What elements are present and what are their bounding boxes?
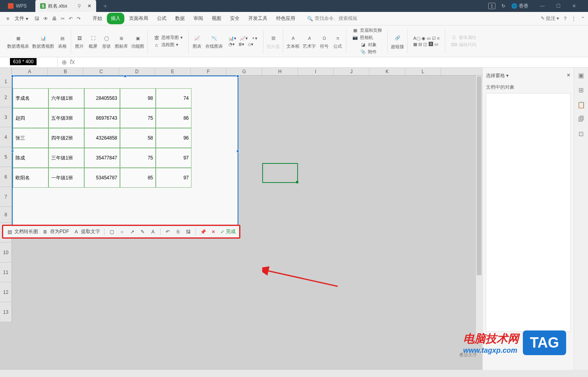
cell[interactable]: 张三: [13, 128, 48, 148]
save-pdf-button[interactable]: 🗎存为PDF: [42, 228, 69, 235]
new-tab-button[interactable]: ＋: [102, 2, 108, 10]
iconlib-button[interactable]: ⊞图标库: [115, 33, 128, 49]
header-footer-button[interactable]: ▦页眉和页脚: [352, 27, 382, 34]
cell[interactable]: 欧阳名: [13, 168, 48, 188]
name-box[interactable]: 616 * 400: [0, 57, 58, 67]
maximize-button[interactable]: ☐: [550, 0, 566, 12]
row-header[interactable]: 3: [0, 107, 12, 127]
cell[interactable]: 四年级2班: [48, 128, 84, 148]
pen-tool-icon[interactable]: ✎: [139, 229, 146, 235]
select-pane-icon[interactable]: ▣: [578, 72, 584, 79]
shapes-button[interactable]: ◯形状: [101, 33, 112, 49]
pin-tool-icon[interactable]: 📌: [200, 229, 206, 235]
cell[interactable]: 58: [120, 128, 156, 148]
clipboard-icon[interactable]: 📋: [577, 101, 585, 109]
scrollbar-thumb[interactable]: [477, 76, 482, 275]
cell[interactable]: 98: [120, 88, 156, 108]
formula-input[interactable]: [79, 58, 588, 66]
cancel-tool-icon[interactable]: ✕: [210, 229, 217, 235]
tab-view[interactable]: 视图: [208, 13, 225, 24]
col-header[interactable]: I: [298, 68, 334, 75]
search-box[interactable]: 🔍 查找命令、搜索模板: [307, 15, 358, 22]
tab-data[interactable]: 数据: [171, 13, 189, 24]
row-header[interactable]: 11: [0, 262, 12, 282]
undo-icon[interactable]: ↶: [69, 16, 73, 21]
row-header[interactable]: 1: [0, 76, 12, 87]
rect-tool-icon[interactable]: ▢: [108, 229, 115, 235]
objects-list[interactable]: [486, 93, 571, 332]
cell[interactable]: 五年级3班: [48, 108, 84, 128]
cell[interactable]: 赵四: [13, 108, 48, 128]
row-header[interactable]: 12: [0, 282, 12, 302]
annotate-button[interactable]: ✎ 批注 ▾: [541, 15, 559, 22]
print-preview-icon[interactable]: 👁: [43, 16, 48, 21]
camera-button[interactable]: 📷照相机: [352, 35, 382, 41]
tab-formula[interactable]: 公式: [153, 13, 170, 24]
window-badge[interactable]: 1: [488, 3, 495, 9]
row-header[interactable]: 6: [0, 167, 12, 187]
vertical-scrollbar[interactable]: [476, 76, 482, 342]
col-header[interactable]: B: [48, 68, 83, 75]
document-tab[interactable]: S 姓名.xlsx ⚲ ✕: [35, 0, 96, 12]
smartchart-button[interactable]: ▣功能图: [131, 33, 144, 49]
attachment-button[interactable]: 📎附件: [360, 49, 377, 55]
cell[interactable]: 28405563: [84, 88, 120, 108]
more-icon[interactable]: ⋮: [571, 16, 576, 21]
col-header[interactable]: H: [262, 68, 298, 75]
cell[interactable]: 53454787: [84, 168, 120, 188]
flowchart-button[interactable]: ⎌流程图 ▾: [153, 42, 183, 48]
row-header[interactable]: 7: [0, 187, 12, 207]
row-header[interactable]: 8: [0, 207, 12, 223]
tab-review[interactable]: 审阅: [190, 13, 207, 24]
row-header[interactable]: 10: [0, 243, 12, 262]
row-header[interactable]: 5: [0, 147, 12, 167]
cut-icon[interactable]: ✂: [61, 16, 65, 21]
save-icon[interactable]: 🖫: [35, 16, 39, 21]
user-avatar-icon[interactable]: 🌐 香香: [511, 3, 528, 10]
col-header[interactable]: J: [334, 68, 369, 75]
cell[interactable]: 74: [156, 88, 191, 108]
copy-tool-icon[interactable]: ⎘: [175, 229, 181, 235]
picture-button[interactable]: 🖼图片: [74, 33, 85, 49]
chart-button[interactable]: 📈图表: [192, 33, 202, 49]
screenshot-button[interactable]: ⛶截屏: [88, 33, 98, 49]
cell[interactable]: 43264858: [84, 128, 120, 148]
select-all-corner[interactable]: [0, 68, 12, 76]
tab-security[interactable]: 安全: [226, 13, 244, 24]
mindmap-button[interactable]: 🕸思维导图 ▾: [153, 35, 183, 41]
col-header[interactable]: A: [12, 68, 48, 75]
col-header[interactable]: C: [83, 68, 119, 75]
cell[interactable]: 六年级1班: [48, 88, 84, 108]
properties-icon[interactable]: ⊞: [578, 86, 584, 94]
collapse-ribbon-icon[interactable]: ⌃: [581, 16, 585, 21]
col-header[interactable]: L: [405, 68, 441, 75]
cells-area[interactable]: 李成名 六年级1班 28405563 98 74 赵四 五年级3班 869767…: [12, 76, 482, 322]
extract-text-button[interactable]: A提取文字: [73, 228, 100, 235]
tab-close-icon[interactable]: ✕: [87, 3, 91, 9]
done-button[interactable]: ✓ 完成: [220, 228, 236, 235]
textbox-button[interactable]: A文本框: [286, 33, 300, 49]
col-header[interactable]: E: [155, 68, 191, 75]
resize-handle[interactable]: [236, 75, 239, 78]
resize-handle[interactable]: [124, 75, 127, 78]
tab-devtools[interactable]: 开发工具: [244, 13, 271, 24]
resize-handle[interactable]: [236, 150, 239, 153]
trace-icon[interactable]: ⊕: [62, 58, 67, 66]
form-controls-2[interactable]: ▦ ⊟ ◫ 🅰 ▭: [413, 42, 439, 47]
cell[interactable]: 75: [120, 148, 156, 168]
doc-to-longpic-button[interactable]: ▤文档转长图: [6, 228, 38, 235]
form-controls[interactable]: A▢ ◉ ▭ ☑ ≡: [413, 36, 439, 41]
pivot-table-button[interactable]: ▦数据透视表: [7, 33, 29, 49]
panel-close-icon[interactable]: ✕: [567, 72, 571, 79]
cell[interactable]: 75: [120, 108, 156, 128]
circle-tool-icon[interactable]: ○: [119, 229, 125, 235]
cell[interactable]: 35477847: [84, 148, 120, 168]
col-header[interactable]: F: [191, 68, 226, 75]
equation-button[interactable]: π公式: [333, 33, 343, 49]
online-chart-button[interactable]: 📉在线图表: [205, 33, 223, 49]
tab-page-layout[interactable]: 页面布局: [125, 13, 152, 24]
row-header[interactable]: 2: [0, 87, 12, 107]
cell[interactable]: 96: [156, 128, 191, 148]
arrow-tool-icon[interactable]: ↗: [129, 229, 135, 235]
spreadsheet-grid[interactable]: A B C D E F G H I J K L 1 2 3 4 5 6 7 8 …: [0, 68, 482, 370]
